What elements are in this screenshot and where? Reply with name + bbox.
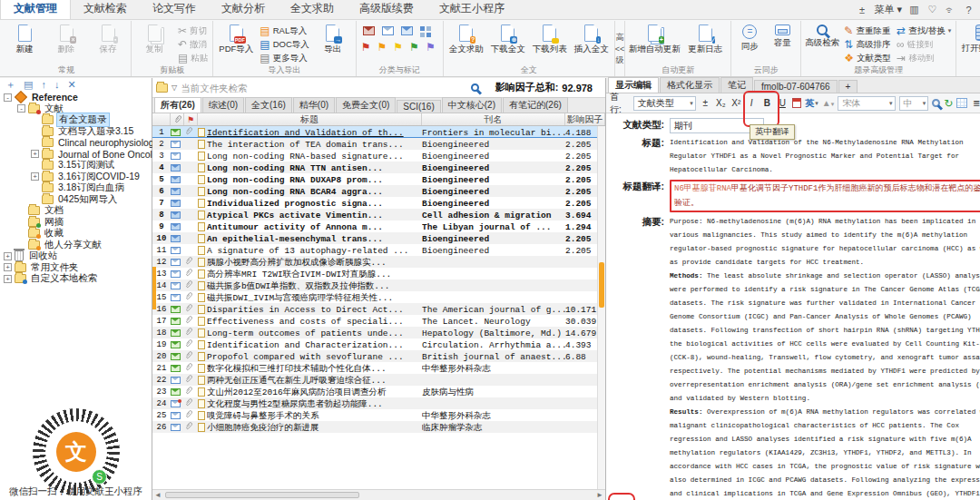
flag-mark-icon[interactable]: ⚑	[409, 42, 419, 53]
app-tab[interactable]: 文献分析	[209, 0, 278, 19]
filter-tab[interactable]: 免费全文(0)	[336, 97, 396, 113]
table-row[interactable]: 23 文山州2012至2016年麻风病防治项目调查分析 皮肤病与性病	[152, 386, 605, 397]
filter-tab[interactable]: SCI(16)	[397, 100, 440, 113]
sidebar-tree-item[interactable]: + 3.16订阅COVID-19	[0, 172, 152, 183]
list-vertical-scrollbar[interactable]	[597, 126, 605, 489]
app-tab[interactable]: 高级版续费	[347, 0, 426, 19]
numbered-list-icon[interactable]: ≣	[971, 98, 980, 108]
flag-mark-icon[interactable]: ⚑	[426, 42, 436, 53]
expander-icon[interactable]: -	[4, 93, 12, 102]
search-input[interactable]	[181, 83, 467, 93]
title-translation-value[interactable]: N6甲基腺苷RNA甲基化调节因子YTHDF1作为肝细胞癌新的预后标志物和潜在靶点…	[670, 180, 980, 212]
scroll-right-icon[interactable]: ►	[594, 491, 605, 499]
app-tab[interactable]: 论文写作	[140, 0, 209, 19]
save-button[interactable]: ▪保存	[88, 22, 128, 55]
add-autoupdate-button[interactable]: +新增自动更新	[628, 22, 681, 55]
find-icon[interactable]	[932, 99, 940, 107]
filter-tab[interactable]: 中文核心(2)	[442, 97, 502, 113]
table-row[interactable]: 6 Long non-coding RNA BCAR4 aggra... Bio…	[152, 185, 605, 197]
undo-button[interactable]: ↶撤消	[176, 38, 210, 51]
cut-button[interactable]: ✂剪切	[176, 25, 210, 37]
sidebar-tree-item[interactable]: + Journal of Bone Oncology	[0, 149, 152, 161]
grid-mark-icon[interactable]	[420, 26, 431, 37]
fulltext-help-button[interactable]: ?全文求助	[446, 22, 486, 55]
update-log-button[interactable]: ∕更新日志	[682, 22, 728, 55]
font-size-select[interactable]: 中▾	[899, 96, 929, 111]
envelope-mark-icon[interactable]	[401, 26, 413, 35]
delete-folder-icon[interactable]: ✕	[67, 78, 75, 92]
tree-view-icon[interactable]: ▤	[24, 78, 33, 92]
refresh-icon[interactable]: ↻	[944, 97, 953, 110]
edit-table-icon[interactable]	[956, 98, 967, 108]
table-row[interactable]: 7 Individualized prognostic signa... Bio…	[152, 197, 605, 209]
table-row[interactable]: 13 高分辨率MRI T2WI联合IVIM-DWI对直肠腺...	[152, 268, 605, 279]
capacity-button[interactable]: 容量	[767, 22, 798, 49]
detail-tab[interactable]: 格式化显示	[660, 77, 720, 93]
expander-icon[interactable]: +	[4, 263, 12, 271]
sidebar-tree-item[interactable]: 网摘	[0, 217, 152, 229]
filter-tab[interactable]: 有笔记的(26)	[503, 97, 568, 113]
header-impact[interactable]: 影响因子	[565, 113, 605, 125]
sidebar-tree-item[interactable]: 3.15订阅测试	[0, 160, 152, 172]
table-row[interactable]: 18 Long-term outcomes of patients unde..…	[152, 327, 605, 338]
sidebar-tree-item[interactable]: 收藏	[0, 228, 152, 240]
table-row[interactable]: 4 Long non-coding RNA TTN antisen... Bio…	[152, 162, 605, 173]
help-icon[interactable]: ?	[963, 5, 975, 15]
table-row[interactable]: 26 小细胞肺癌免疫治疗的新进展 临床肿瘤学杂志	[152, 421, 605, 433]
app-tab[interactable]: 文献检索	[71, 0, 140, 19]
expander-icon[interactable]: -	[17, 104, 25, 113]
header-flag-icon[interactable]: ⚑	[184, 113, 198, 125]
pdf-import-button[interactable]: PDFPDF导入	[216, 22, 256, 55]
download-fulltext-button[interactable]: ⊕下载全文	[488, 22, 528, 55]
table-row[interactable]: 17 Effectiveness and costs of speciali..…	[152, 315, 605, 327]
expander-icon[interactable]: +	[4, 252, 12, 260]
font-family-select[interactable]: 宋体▾	[838, 96, 895, 111]
abstract-value[interactable]: Purpose: N6-methyladenosine (m(6)A) RNA …	[670, 215, 980, 500]
expander-icon[interactable]: +	[31, 150, 39, 158]
table-row[interactable]: 1 Identification and Validation of th...…	[152, 126, 605, 138]
ral-import-button[interactable]: ▤RAL导入	[258, 25, 310, 37]
menu-button[interactable]: 菜单 ▾	[874, 3, 902, 16]
table-row[interactable]: 20 Propofol compared with sevoflurane ..…	[152, 350, 605, 362]
dedup-button[interactable]: ✎查重除重	[842, 25, 893, 37]
sidebar-tree-item[interactable]: 文档	[0, 205, 152, 217]
sidebar-tree-item[interactable]: + 常用文件夹	[0, 262, 152, 274]
app-tab[interactable]: 文献王小程序	[426, 0, 517, 19]
sidebar-tree-item[interactable]: - Reference	[0, 92, 152, 103]
envelope-mark-icon[interactable]	[363, 26, 375, 35]
sidebar-tree-item[interactable]: 文档导入题录3.15	[0, 126, 152, 138]
translate-button[interactable]: 英▾	[805, 97, 818, 110]
move-up-icon[interactable]: ↑	[41, 78, 46, 92]
detail-tab[interactable]: +	[838, 80, 858, 93]
find-replace-button[interactable]: ⇄查找/替换▾	[895, 25, 953, 37]
sidebar-tree-item[interactable]: 0425知网导入	[0, 194, 152, 206]
more-import-button[interactable]: ▤更多导入	[258, 52, 310, 64]
insert-fulltext-button[interactable]: ↓插入全文	[572, 22, 612, 55]
expander-icon[interactable]: +	[31, 172, 39, 181]
font-size-icon[interactable]: ±	[700, 98, 711, 108]
header-journal[interactable]: 刊名	[422, 113, 565, 125]
flag-mark-icon[interactable]: ⚑	[361, 42, 371, 53]
copy-button[interactable]: 复制	[134, 22, 174, 55]
filter-icon[interactable]: ▽	[172, 83, 177, 92]
envelope-mark-icon[interactable]	[382, 26, 394, 35]
scroll-thumb[interactable]	[599, 262, 604, 308]
sidebar-tree-item[interactable]: Clincal neurophysiology	[0, 137, 152, 149]
style-select[interactable]: 文献类型▾	[633, 96, 696, 111]
paste-button[interactable]: ▤粘贴	[176, 52, 210, 64]
expander-icon[interactable]: +	[4, 275, 12, 283]
table-row[interactable]: 8 Atypical PKCs activate Vimentin... Cel…	[152, 209, 605, 221]
thumbs-up-icon[interactable]: ♡	[926, 4, 938, 15]
filter-tab[interactable]: 综述(0)	[202, 97, 244, 113]
move-to-button[interactable]: ⇥移动到	[895, 52, 953, 64]
header-clip-icon[interactable]	[171, 113, 184, 125]
doc-import-button[interactable]: ▤DOC导入	[258, 38, 310, 51]
table-row[interactable]: 19 Identification and Characterization..…	[152, 338, 605, 350]
filter-tab[interactable]: 全文(16)	[245, 97, 292, 113]
splitter-indicator[interactable]	[152, 267, 156, 309]
delete-button[interactable]: ×删除	[46, 22, 86, 55]
underline-button[interactable]: U	[777, 98, 789, 108]
table-row[interactable]: 11 A signature of 13 autophagy-related .…	[152, 244, 605, 256]
app-tab[interactable]: 全文求助	[278, 0, 347, 19]
rss-icon[interactable]: ᯤ	[945, 5, 956, 15]
